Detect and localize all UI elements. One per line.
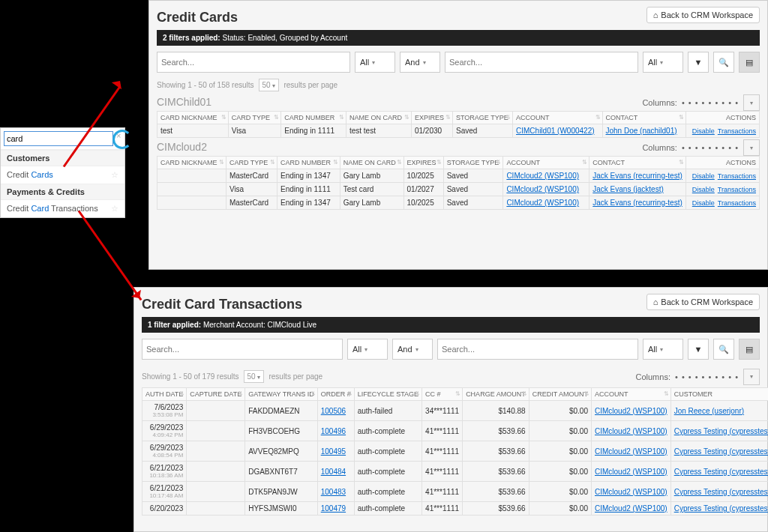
page-size-select[interactable]: 50 ▾ bbox=[244, 370, 265, 383]
col-header[interactable]: ACCOUNT⇅ bbox=[591, 388, 670, 401]
transactions-panel: Credit Card Transactions ⌂ Back to CRM W… bbox=[134, 287, 768, 532]
disable-action[interactable]: Disable bbox=[692, 172, 715, 180]
order-link[interactable]: 100479 bbox=[321, 504, 346, 513]
col-header[interactable]: CONTACT⇅ bbox=[590, 157, 686, 169]
order-link[interactable]: 100495 bbox=[321, 447, 346, 456]
account-link[interactable]: CIMcloud2 (WSP100) bbox=[506, 185, 579, 193]
nav-section-header: Payments & Credits bbox=[1, 184, 124, 200]
order-link[interactable]: 100496 bbox=[321, 427, 346, 435]
column-toggles[interactable]: • • • • • • • • • • bbox=[675, 372, 739, 381]
more-actions-button[interactable]: ▤ bbox=[739, 52, 760, 73]
search-button[interactable]: 🔍 bbox=[713, 339, 734, 360]
col-header[interactable]: EXPIRES⇅ bbox=[411, 112, 452, 124]
account-link[interactable]: CIMcloud2 (WSP100) bbox=[506, 172, 579, 180]
order-link[interactable]: 100484 bbox=[321, 468, 346, 476]
contact-link[interactable]: Jack Evans (recurring-test) bbox=[592, 172, 682, 180]
col-header[interactable]: CARD NUMBER⇅ bbox=[278, 157, 340, 169]
search-input-right[interactable] bbox=[445, 52, 638, 73]
account-link[interactable]: CIMcloud2 (WSP100) bbox=[506, 199, 579, 207]
col-header[interactable]: ACCOUNT⇅ bbox=[503, 157, 590, 169]
cards-table: CARD NICKNAME⇅CARD TYPE⇅CARD NUMBER⇅NAME… bbox=[157, 111, 760, 138]
field-select-left[interactable]: All▾ bbox=[347, 339, 388, 360]
account-link[interactable]: CIMcloud2 (WSP100) bbox=[595, 504, 668, 513]
col-header[interactable]: ACTIONS bbox=[686, 157, 759, 169]
page-size-select[interactable]: 50 ▾ bbox=[259, 79, 280, 91]
column-menu-button[interactable]: ▾ bbox=[743, 369, 760, 385]
col-header[interactable]: EXPIRES⇅ bbox=[404, 157, 443, 169]
account-link[interactable]: CIMcloud2 (WSP100) bbox=[595, 427, 668, 435]
field-select-left[interactable]: All▾ bbox=[355, 52, 395, 73]
table-row: 6/21/202310:17:48 AMDTK5PAN9JW100483auth… bbox=[142, 482, 769, 502]
col-header[interactable]: NAME ON CARD⇅ bbox=[346, 112, 411, 124]
disable-action[interactable]: Disable bbox=[692, 127, 715, 135]
column-menu-button[interactable]: ▾ bbox=[743, 94, 760, 111]
customer-link[interactable]: Cypress Testing (cypresstest) bbox=[674, 447, 768, 456]
col-header[interactable]: NAME ON CARD⇅ bbox=[340, 157, 404, 169]
column-menu-button[interactable]: ▾ bbox=[743, 139, 760, 156]
contact-link[interactable]: John Doe (nachild01) bbox=[606, 127, 677, 135]
customer-link[interactable]: Cypress Testing (cypresstest) bbox=[674, 427, 768, 435]
nav-search-result[interactable]: Credit Card Transactions☆ bbox=[1, 200, 124, 217]
col-header[interactable]: CARD TYPE⇅ bbox=[226, 157, 277, 169]
customer-link[interactable]: Cypress Testing (cypresstest) bbox=[674, 488, 768, 496]
col-header[interactable]: GATEWAY TRANS ID⇅ bbox=[245, 388, 318, 401]
col-header[interactable]: ORDER #⇅ bbox=[317, 388, 354, 401]
order-link[interactable]: 100483 bbox=[321, 488, 346, 496]
col-header[interactable]: CARD NICKNAME⇅ bbox=[158, 112, 229, 124]
col-header[interactable]: ACCOUNT⇅ bbox=[513, 112, 602, 124]
col-header[interactable]: CHARGE AMOUNT⇅ bbox=[463, 388, 530, 401]
filter-button[interactable]: ▼ bbox=[688, 339, 709, 360]
nav-search-popup: × CustomersCredit Cards☆Payments & Credi… bbox=[0, 127, 125, 218]
account-link[interactable]: CIMChild01 (W000422) bbox=[516, 127, 595, 135]
disable-action[interactable]: Disable bbox=[692, 186, 715, 193]
field-select-right[interactable]: All▾ bbox=[643, 339, 683, 360]
star-icon[interactable]: ☆ bbox=[111, 204, 118, 214]
search-button[interactable]: 🔍 bbox=[713, 52, 734, 73]
logic-select[interactable]: And▾ bbox=[400, 52, 440, 73]
transactions-action[interactable]: Transactions bbox=[718, 186, 756, 193]
col-header[interactable]: STORAGE TYPE⇅ bbox=[443, 157, 503, 169]
customer-link[interactable]: Cypress Testing (cypresstest) bbox=[674, 468, 768, 476]
logic-select[interactable]: And▾ bbox=[392, 339, 433, 360]
col-header[interactable]: CONTACT⇅ bbox=[602, 112, 686, 124]
table-row: 6/29/20234:08:54 PMAVVEQ82MPQ100495auth-… bbox=[142, 441, 769, 462]
account-link[interactable]: CIMcloud2 (WSP100) bbox=[595, 488, 668, 496]
nav-search-input[interactable] bbox=[4, 131, 113, 146]
col-header[interactable]: CUSTOMER⇅ bbox=[670, 388, 768, 401]
disable-action[interactable]: Disable bbox=[692, 199, 715, 207]
transactions-action[interactable]: Transactions bbox=[718, 199, 756, 207]
account-link[interactable]: CIMcloud2 (WSP100) bbox=[595, 468, 668, 476]
search-input-right[interactable] bbox=[437, 339, 638, 360]
col-header[interactable]: CAPTURE DATE⇅ bbox=[187, 388, 245, 401]
col-header[interactable]: CARD NICKNAME⇅ bbox=[158, 157, 226, 169]
col-header[interactable]: LIFECYCLE STAGE⇅ bbox=[354, 388, 422, 401]
customer-link[interactable]: Cypress Testing (cypresstest) bbox=[674, 504, 768, 513]
col-header[interactable]: CREDIT AMOUNT⇅ bbox=[529, 388, 591, 401]
back-to-crm-button[interactable]: ⌂ Back to CRM Workspace bbox=[646, 7, 760, 23]
contact-link[interactable]: Jack Evans (jacktest) bbox=[592, 185, 663, 193]
column-toggles[interactable]: • • • • • • • • • bbox=[682, 143, 739, 152]
account-link[interactable]: CIMcloud2 (WSP100) bbox=[595, 447, 668, 456]
transactions-action[interactable]: Transactions bbox=[718, 172, 756, 180]
col-header[interactable]: STORAGE TYPE⇅ bbox=[452, 112, 512, 124]
col-header[interactable]: AUTH DATE⇅ bbox=[142, 388, 187, 401]
col-header[interactable]: CARD NUMBER⇅ bbox=[281, 112, 346, 124]
contact-link[interactable]: Jack Evans (recurring-test) bbox=[592, 199, 682, 207]
filter-button[interactable]: ▼ bbox=[688, 52, 709, 73]
col-header[interactable]: CC #⇅ bbox=[422, 388, 463, 401]
nav-search-result[interactable]: Credit Cards☆ bbox=[1, 166, 124, 184]
column-toggles[interactable]: • • • • • • • • • bbox=[682, 98, 739, 107]
search-input-left[interactable] bbox=[142, 339, 343, 360]
home-icon: ⌂ bbox=[653, 297, 658, 306]
back-to-crm-button[interactable]: ⌂ Back to CRM Workspace bbox=[646, 294, 760, 310]
more-actions-button[interactable]: ▤ bbox=[739, 339, 760, 360]
customer-link[interactable]: Jon Reece (userjonr) bbox=[674, 407, 744, 415]
order-link[interactable]: 100506 bbox=[321, 407, 346, 415]
account-link[interactable]: CIMcloud2 (WSP100) bbox=[595, 407, 668, 415]
search-input-left[interactable] bbox=[157, 52, 350, 73]
star-icon[interactable]: ☆ bbox=[111, 170, 118, 180]
col-header[interactable]: CARD TYPE⇅ bbox=[228, 112, 281, 124]
field-select-right[interactable]: All▾ bbox=[643, 52, 683, 73]
col-header[interactable]: ACTIONS bbox=[686, 112, 759, 124]
transactions-action[interactable]: Transactions bbox=[718, 127, 756, 135]
